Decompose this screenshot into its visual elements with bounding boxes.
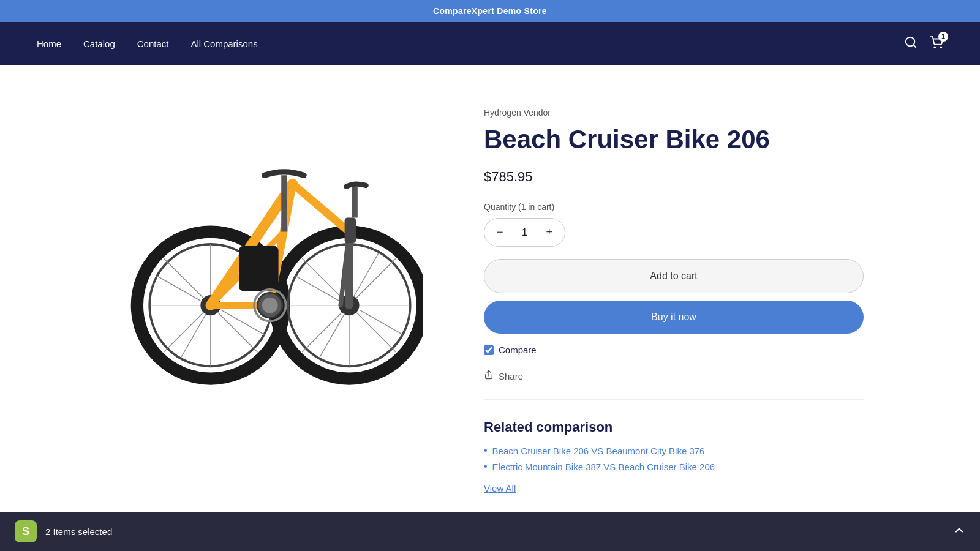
main-nav: Home Catalog Contact All Comparisons 1: [0, 22, 980, 65]
nav-all-comparisons[interactable]: All Comparisons: [190, 39, 257, 49]
cart-badge: 1: [938, 32, 948, 42]
related-title: Related comparison: [484, 419, 864, 435]
main-content: Hydrogen Vendor Beach Cruiser Bike 206 $…: [92, 65, 888, 519]
nav-links: Home Catalog Contact All Comparisons: [37, 39, 904, 49]
nav-catalog[interactable]: Catalog: [83, 39, 115, 49]
compare-row: Compare: [484, 345, 864, 355]
banner-text: CompareXpert Demo Store: [433, 6, 547, 16]
svg-line-1: [913, 45, 916, 47]
compare-checkbox[interactable]: [484, 345, 494, 355]
view-all-link[interactable]: View All: [484, 483, 516, 493]
related-list: Beach Cruiser Bike 206 VS Beaumont City …: [484, 445, 864, 472]
quantity-label: Quantity (1 in cart): [484, 202, 864, 212]
product-title: Beach Cruiser Bike 206: [484, 125, 864, 154]
product-info: Hydrogen Vendor Beach Cruiser Bike 206 $…: [484, 102, 864, 494]
buy-it-now-button[interactable]: Buy it now: [484, 301, 864, 334]
quantity-value: 1: [516, 220, 534, 246]
nav-home[interactable]: Home: [37, 39, 61, 49]
svg-rect-35: [239, 246, 279, 291]
share-label: Share: [499, 371, 523, 381]
product-image-area: [116, 102, 435, 408]
cart-icon[interactable]: 1: [930, 36, 943, 52]
svg-point-2: [934, 47, 935, 48]
related-link-2[interactable]: Electric Mountain Bike 387 VS Beach Crui…: [492, 462, 715, 472]
svg-line-14: [164, 313, 203, 353]
related-section: Related comparison Beach Cruiser Bike 20…: [484, 419, 864, 494]
vendor-name: Hydrogen Vendor: [484, 108, 864, 118]
quantity-control: − 1 +: [484, 218, 565, 247]
quantity-decrease-button[interactable]: −: [484, 219, 516, 246]
svg-line-27: [356, 313, 396, 353]
svg-point-3: [940, 47, 941, 48]
search-icon[interactable]: [904, 36, 918, 52]
svg-line-28: [356, 258, 396, 298]
product-image: [129, 119, 423, 390]
compare-label: Compare: [499, 345, 537, 355]
bottom-bar: S 2 Items selected: [0, 512, 980, 519]
svg-point-39: [262, 298, 278, 313]
related-link-1[interactable]: Beach Cruiser Bike 206 VS Beaumont City …: [492, 446, 705, 456]
share-button[interactable]: Share: [484, 370, 864, 400]
list-item: Beach Cruiser Bike 206 VS Beaumont City …: [484, 445, 864, 456]
share-icon: [484, 370, 494, 382]
list-item: Electric Mountain Bike 387 VS Beach Crui…: [484, 461, 864, 472]
svg-line-29: [302, 313, 342, 353]
product-price: $785.95: [484, 169, 864, 185]
nav-contact[interactable]: Contact: [137, 39, 169, 49]
announcement-banner: CompareXpert Demo Store: [0, 0, 980, 22]
svg-line-12: [218, 313, 258, 353]
svg-rect-34: [345, 218, 356, 244]
svg-line-26: [302, 258, 342, 298]
svg-line-33: [320, 314, 345, 358]
nav-icon-area: 1: [904, 36, 943, 52]
svg-line-18: [181, 314, 206, 358]
svg-line-11: [164, 258, 203, 298]
add-to-cart-button[interactable]: Add to cart: [484, 259, 864, 293]
quantity-increase-button[interactable]: +: [534, 219, 565, 246]
svg-line-32: [353, 253, 379, 297]
